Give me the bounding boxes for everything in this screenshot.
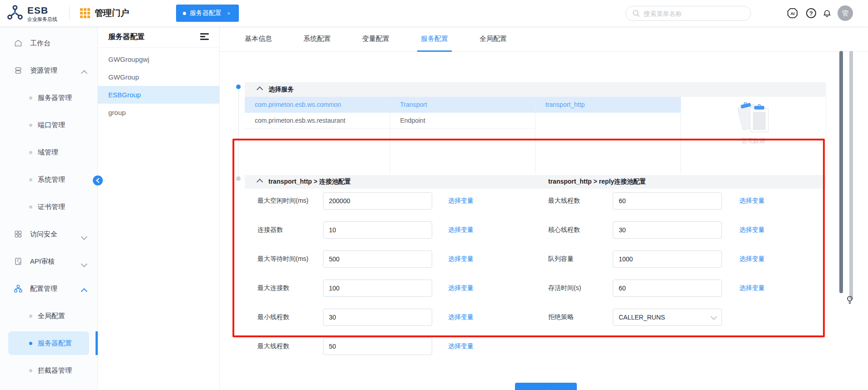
- sidebar-item-resources[interactable]: 资源管理: [0, 57, 97, 84]
- sidebar-collapse-toggle[interactable]: [93, 175, 103, 185]
- menu-search-box[interactable]: [626, 6, 751, 21]
- header-divider: [69, 6, 70, 20]
- sidebar-item-config-mgmt[interactable]: 配置管理: [0, 275, 97, 302]
- portal-title: 管理门户: [95, 7, 129, 19]
- chevron-up-icon[interactable]: [81, 288, 87, 295]
- select-variable-link[interactable]: 选择变量: [448, 342, 474, 350]
- keep-alive-time-input[interactable]: [613, 280, 722, 297]
- tab-system-config[interactable]: 系统配置: [300, 26, 334, 52]
- chevron-up-icon[interactable]: [81, 70, 87, 76]
- max-threads-input[interactable]: [323, 338, 432, 355]
- tab-service-config[interactable]: 服务配置: [417, 26, 452, 52]
- sidebar-item-system-mgmt[interactable]: 系统管理: [0, 166, 97, 193]
- field-label: 最大线程数: [548, 197, 613, 205]
- connector-count-input[interactable]: [323, 221, 432, 239]
- sidebar-item-api-review[interactable]: API审核: [0, 248, 97, 275]
- sidebar-item-server-mgmt[interactable]: 服务器管理: [0, 84, 97, 111]
- field-label: 队列容量: [548, 255, 613, 263]
- help-icon[interactable]: ?: [806, 8, 816, 18]
- top-header: ESB 企业服务总线 管理门户 服务器配置 × AI: [0, 0, 868, 26]
- panel-title: 服务器配置: [108, 32, 145, 42]
- service-option-selected[interactable]: Transport: [390, 97, 535, 113]
- sidebar-item-port-mgmt[interactable]: 端口管理: [0, 111, 97, 139]
- tab-basic-info[interactable]: 基本信息: [241, 26, 276, 52]
- notification-bell-icon[interactable]: [822, 8, 833, 19]
- pool-config-title: transport_http > 连接池配置: [268, 178, 351, 186]
- service-column-type: Transport Endpoint: [390, 97, 536, 173]
- sidebar-item-interceptor-mgmt[interactable]: 拦截器管理: [0, 357, 97, 384]
- tab-close-icon[interactable]: ×: [227, 10, 231, 17]
- select-variable-link[interactable]: 选择变量: [448, 255, 474, 263]
- sidebar-item-label: 服务器配置: [38, 339, 72, 348]
- service-column-transport: transport_http: [535, 97, 681, 173]
- inner-scrollbar-thumb[interactable]: [839, 51, 843, 293]
- select-variable-link[interactable]: 选择变量: [739, 255, 765, 263]
- server-group-item[interactable]: group: [98, 104, 219, 121]
- select-variable-link[interactable]: 选择变量: [739, 284, 765, 292]
- svg-text:AI: AI: [790, 11, 794, 16]
- queue-capacity-input[interactable]: [613, 250, 722, 268]
- open-page-tab[interactable]: 服务器配置 ×: [176, 5, 239, 22]
- list-menu-icon[interactable]: [200, 33, 209, 40]
- server-config-panel: 服务器配置 GWGroupgwj GWGroup ESBGroup group: [98, 26, 220, 390]
- max-wait-time-input[interactable]: [323, 250, 432, 268]
- tab-variable-config[interactable]: 变量配置: [358, 26, 393, 52]
- sidebar-item-workbench[interactable]: 工作台: [0, 30, 97, 57]
- item-dot: [29, 124, 32, 127]
- app-window: ESB 企业服务总线 管理门户 服务器配置 × AI: [0, 0, 868, 390]
- select-variable-link[interactable]: 选择变量: [448, 284, 474, 292]
- active-item-indicator: [96, 331, 98, 355]
- select-service-section-header[interactable]: 选择服务: [245, 82, 826, 97]
- server-group-item[interactable]: GWGroup: [98, 68, 219, 86]
- sidebar-item-global-config[interactable]: 全局配置: [0, 302, 97, 330]
- esb-logo-icon: [6, 4, 24, 23]
- logo-title: ESB: [27, 5, 57, 15]
- select-variable-link[interactable]: 选择变量: [448, 313, 474, 321]
- sidebar-item-label: 拦截器管理: [38, 366, 72, 375]
- portal-brand: 管理门户: [80, 0, 129, 26]
- service-option-selected[interactable]: transport_http: [535, 97, 681, 113]
- chevron-down-icon[interactable]: [81, 261, 87, 267]
- brand-logo: ESB 企业服务总线: [6, 4, 57, 23]
- logo-subtitle: 企业服务总线: [27, 17, 57, 22]
- max-connections-input[interactable]: [323, 280, 432, 297]
- reply-max-threads-input[interactable]: [613, 192, 722, 210]
- lightbulb-icon: [846, 295, 853, 306]
- service-option[interactable]: Endpoint: [390, 113, 535, 129]
- user-avatar[interactable]: 管: [838, 5, 853, 21]
- max-idle-time-input[interactable]: [323, 192, 432, 210]
- grid-squares-icon: [14, 229, 24, 239]
- chevron-down-icon[interactable]: [81, 234, 87, 240]
- select-variable-link[interactable]: 选择变量: [739, 226, 765, 234]
- pool-config-section-header[interactable]: transport_http > 连接池配置 transport_http > …: [245, 175, 826, 189]
- item-dot: [29, 369, 32, 372]
- search-input[interactable]: [643, 10, 736, 18]
- form-row: 队列容量 选择变量: [548, 250, 765, 268]
- service-option[interactable]: com.primeton.esb.ws.restaurant: [245, 113, 390, 129]
- reject-policy-select[interactable]: CALLER_RUNS: [613, 309, 722, 326]
- select-variable-link[interactable]: 选择变量: [739, 197, 765, 205]
- select-variable-link[interactable]: 选择变量: [448, 197, 474, 205]
- outer-scrollbar-thumb[interactable]: [849, 51, 853, 300]
- server-group-item[interactable]: GWGroupgwj: [98, 50, 219, 68]
- collapse-chevron-icon[interactable]: [257, 179, 263, 185]
- ai-assistant-icon[interactable]: AI: [787, 8, 798, 19]
- section-title: 选择服务: [268, 85, 294, 94]
- save-button[interactable]: 保存: [515, 383, 577, 390]
- timeline-dot: [236, 176, 241, 181]
- service-option-selected[interactable]: com.primeton.esb.ws.common: [245, 97, 390, 113]
- core-threads-input[interactable]: [613, 221, 722, 239]
- sidebar-item-server-config[interactable]: 服务器配置: [0, 330, 97, 357]
- field-label: 最大等待时间(ms): [257, 255, 323, 263]
- tab-global-config[interactable]: 全局配置: [476, 26, 510, 52]
- select-variable-link[interactable]: 选择变量: [448, 226, 474, 234]
- form-row: 拒绝策略 CALLER_RUNS: [548, 309, 722, 326]
- min-threads-input[interactable]: [323, 309, 432, 326]
- sidebar-item-domain-mgmt[interactable]: 域管理: [0, 139, 97, 166]
- collapse-chevron-icon[interactable]: [257, 86, 263, 93]
- avatar-label: 管: [842, 9, 849, 18]
- item-dot: [29, 315, 32, 318]
- server-group-item-selected[interactable]: ESBGroup: [98, 86, 219, 104]
- sidebar-item-cert-mgmt[interactable]: 证书管理: [0, 193, 97, 220]
- sidebar-item-access-security[interactable]: 访问安全: [0, 220, 97, 248]
